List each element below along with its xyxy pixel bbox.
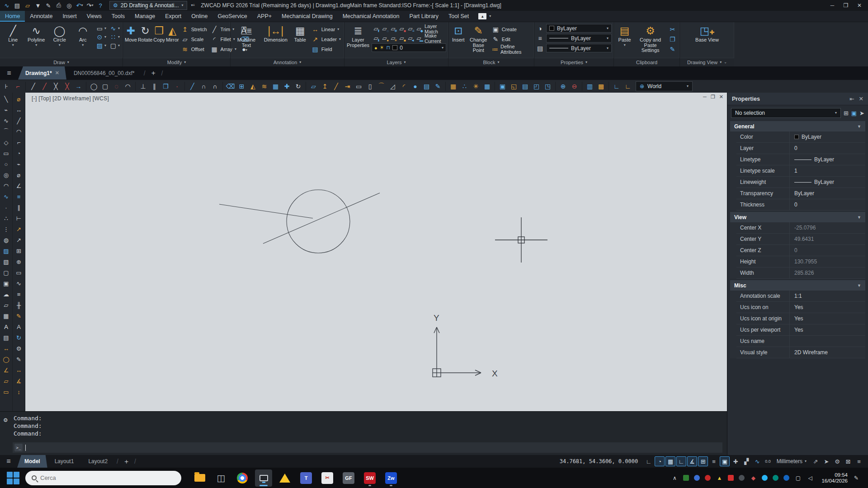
block-edit-button[interactable]: ✎Edit	[491, 34, 532, 44]
panel-label-properties[interactable]: Properties▾	[534, 58, 613, 66]
open-folder-icon[interactable]: ▱	[23, 1, 33, 10]
clean-screen-icon[interactable]: ⊠	[843, 456, 853, 466]
measure-angle-icon[interactable]: ∠	[1, 365, 12, 375]
mirror-button[interactable]: ◭Mirror	[166, 23, 179, 58]
array-icon[interactable]: ▦	[270, 81, 281, 92]
tab-tool-set[interactable]: Tool Set	[443, 11, 474, 22]
offset-icon[interactable]: ≋	[259, 81, 269, 92]
gradient-icon[interactable]: ▧	[1, 256, 12, 267]
polyline-icon[interactable]: ∿	[1, 115, 12, 126]
tab-export[interactable]: Export	[160, 11, 186, 22]
dimension-update-icon[interactable]: ↻	[14, 332, 24, 343]
copy-object-icon[interactable]: ❐	[160, 81, 171, 92]
rectangle-button[interactable]: ▭▾	[95, 24, 107, 33]
base-view-button[interactable]: ◳✚Base View	[693, 23, 721, 58]
zoom-paper-icon[interactable]: ▤	[520, 81, 530, 92]
point-button[interactable]: ∷▾	[108, 33, 121, 41]
dimension-button[interactable]: |↔|Dimension	[261, 23, 290, 58]
new-drawing-button[interactable]: ＋	[147, 69, 160, 77]
polyline-button[interactable]: ∿Polyline▾	[25, 23, 47, 58]
layer-on-icon[interactable]: ▱●	[380, 34, 389, 42]
annotation-monitor-icon[interactable]: ∿	[752, 456, 762, 466]
leader-icon[interactable]: ↗	[14, 224, 24, 235]
panel-label-block[interactable]: Block▾	[448, 58, 534, 66]
file-tabs-menu-icon[interactable]: ≡	[0, 66, 18, 80]
smart-dimension-icon[interactable]: ⌀	[14, 94, 24, 104]
extend-icon[interactable]: ⇥	[342, 81, 353, 92]
rotate-button[interactable]: ↻Rotate	[138, 23, 152, 58]
spline-icon[interactable]: ∿	[1, 191, 12, 202]
point-icon[interactable]: ·	[172, 81, 182, 92]
viewport-maximize-icon[interactable]: ▩	[596, 81, 606, 92]
tab-geoservice[interactable]: GeoService	[212, 11, 252, 22]
model-space-icon[interactable]: ∟	[644, 456, 654, 466]
command-settings-gear-icon[interactable]: ⚙	[4, 416, 7, 423]
cad-package-app-icon[interactable]: ◫	[212, 469, 230, 487]
new-file-icon[interactable]: ▤	[12, 1, 22, 10]
close-button[interactable]: ✕	[853, 1, 866, 10]
break-at-point-icon[interactable]: ▯	[365, 81, 375, 92]
panel-collapse-icon[interactable]: ▲	[478, 13, 486, 19]
color-dropdown[interactable]: ByLayer▾	[546, 24, 612, 33]
stretch-button[interactable]: ↥Stretch	[180, 24, 208, 34]
dimension-edit-icon[interactable]: ✎	[14, 310, 24, 321]
ucs-named-icon[interactable]: ∟	[623, 81, 633, 92]
ellipse-arc-icon[interactable]: ◠	[1, 180, 12, 191]
snap-toggle[interactable]: ◔	[655, 456, 665, 466]
cloud-icon[interactable]	[762, 475, 768, 481]
clipping-app-icon[interactable]: ✂	[319, 469, 336, 487]
text-icon[interactable]: A	[1, 321, 12, 332]
copy-button[interactable]: ❐Copy	[153, 23, 165, 58]
tab-manage[interactable]: Manage	[130, 11, 160, 22]
viewport-restore-icon[interactable]: ❐	[711, 94, 715, 100]
close-panel-icon[interactable]: ✕	[859, 95, 863, 102]
trim-icon[interactable]: ╱	[331, 81, 341, 92]
arc-icon[interactable]: ⌒	[1, 126, 12, 137]
viewport-close-icon[interactable]: ✕	[719, 94, 723, 100]
zwcad-window-icon[interactable]	[255, 469, 272, 487]
table-button[interactable]: ▦Table	[291, 23, 309, 58]
snap-from-icon[interactable]: ⌐	[13, 81, 23, 92]
scale-icon[interactable]: ▱	[308, 81, 319, 92]
chamfer-icon[interactable]: ◿	[387, 81, 398, 92]
parallel-icon[interactable]: ∥	[149, 81, 160, 92]
linetype-dropdown[interactable]: ByLayer▾	[546, 44, 612, 52]
layer-dropdown[interactable]: ● ☀ ⊓ 0 ▾	[372, 43, 446, 52]
line-tool-icon[interactable]: ╱	[28, 81, 38, 92]
measure-distance-icon[interactable]: ↔	[1, 343, 12, 354]
line-icon[interactable]: ╲	[1, 94, 12, 104]
match-properties-button[interactable]: ✎	[667, 44, 678, 54]
point-icon[interactable]: ·	[1, 202, 12, 213]
erase-all-icon[interactable]: ╳	[62, 81, 72, 92]
polar-tracking-toggle[interactable]: ∡	[687, 456, 697, 466]
zoom-dynamic-icon[interactable]: ◱	[509, 81, 519, 92]
polygon-icon[interactable]: ◇	[1, 137, 12, 148]
teams-app-icon[interactable]: T	[297, 469, 315, 487]
layer-lock-icon[interactable]: ▱■	[397, 25, 406, 33]
tab-layout1[interactable]: Layout1	[47, 455, 81, 468]
angular2-dimension-icon[interactable]: ∡	[14, 375, 24, 386]
panel-label-layers[interactable]: Layers▾	[344, 58, 448, 66]
zoom-previous-icon[interactable]: ◰	[531, 81, 542, 92]
tab-mechanical-drawing[interactable]: Mechanical Drawing	[277, 11, 338, 22]
layer-properties-button[interactable]: ≣Layer Properties	[346, 23, 370, 58]
volume-icon[interactable]: ◁	[807, 474, 814, 482]
ucs-icon[interactable]: ∟	[611, 81, 622, 92]
define-attributes-button[interactable]: ≔Define Attributes	[491, 44, 532, 54]
network-globe-icon[interactable]	[783, 475, 789, 481]
insert-block-icon[interactable]: ▤	[421, 81, 432, 92]
radius-dimension-icon[interactable]: ◔	[14, 148, 24, 159]
measure-volume-icon[interactable]: ▭	[1, 386, 12, 397]
fillet-icon[interactable]: ◜	[399, 81, 409, 92]
angular-dimension-icon[interactable]: ∠	[14, 180, 24, 191]
help-icon[interactable]: ?	[95, 1, 105, 10]
section-general[interactable]: General▼	[730, 121, 865, 131]
jog-line-icon[interactable]: ∿	[14, 278, 24, 289]
file-explorer-icon[interactable]	[191, 469, 208, 487]
ribbon-style-icon[interactable]: ▾≡	[191, 4, 195, 7]
break-icon[interactable]: ▭	[354, 81, 364, 92]
region-button[interactable]: ▢▾	[108, 42, 121, 50]
autohide-icon[interactable]: ⇤	[849, 95, 854, 102]
region-icon[interactable]: ▣	[1, 278, 12, 289]
dimension-break-icon[interactable]: ╫	[14, 300, 24, 310]
